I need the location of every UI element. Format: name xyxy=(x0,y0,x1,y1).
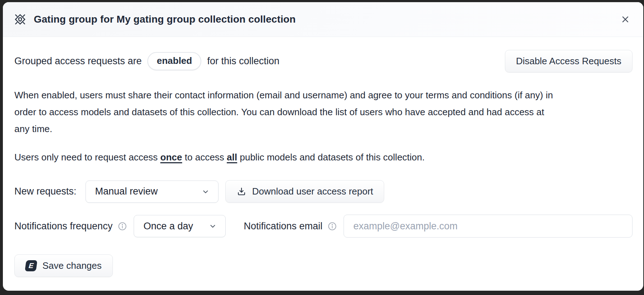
modal-title: Gating group for My gating group collect… xyxy=(34,14,296,25)
note-paragraph: Users only need to request access once t… xyxy=(14,152,632,163)
notifications-frequency-select-value: Once a day xyxy=(143,221,193,232)
note-suffix: public models and datasets of this colle… xyxy=(237,152,425,163)
notifications-row: Notifications frequency Once a day Notif… xyxy=(14,215,632,238)
disable-access-requests-button[interactable]: Disable Access Requests xyxy=(505,50,632,72)
status-text-before: Grouped access requests are xyxy=(14,56,142,67)
new-requests-select[interactable]: Manual review xyxy=(86,181,218,203)
save-row: E Save changes xyxy=(14,254,632,277)
save-changes-button[interactable]: E Save changes xyxy=(14,254,113,277)
notifications-frequency-select[interactable]: Once a day xyxy=(134,215,226,237)
note-once: once xyxy=(160,152,182,163)
status-row: Grouped access requests are enabled for … xyxy=(14,50,632,72)
close-icon xyxy=(621,15,630,24)
notifications-email-input[interactable] xyxy=(344,215,632,238)
status-badge: enabled xyxy=(147,52,201,70)
new-requests-select-value: Manual review xyxy=(95,186,158,197)
note-middle: to access xyxy=(182,152,227,163)
download-button-label: Download user access report xyxy=(252,186,373,197)
notifications-email-label: Notifications email xyxy=(244,221,322,232)
chevron-down-icon xyxy=(202,188,210,196)
info-icon[interactable] xyxy=(327,221,337,231)
new-requests-label: New requests: xyxy=(14,186,77,197)
gating-group-modal: Gating group for My gating group collect… xyxy=(3,2,643,291)
save-button-label: Save changes xyxy=(42,260,102,271)
modal-body: Grouped access requests are enabled for … xyxy=(3,37,643,291)
enterprise-icon: E xyxy=(25,260,37,271)
new-requests-row: New requests: Manual review Download use… xyxy=(14,180,632,203)
gating-group-icon xyxy=(14,13,27,26)
status-text: Grouped access requests are enabled for … xyxy=(14,52,280,70)
close-button[interactable] xyxy=(618,12,632,27)
info-icon[interactable] xyxy=(118,221,127,231)
description-paragraph: When enabled, users must share their con… xyxy=(14,87,561,137)
download-user-access-report-button[interactable]: Download user access report xyxy=(225,180,385,203)
chevron-down-icon xyxy=(209,222,217,230)
notifications-frequency-label: Notifications frequency xyxy=(14,221,112,232)
status-text-after: for this collection xyxy=(207,56,279,67)
note-all: all xyxy=(227,152,237,163)
note-prefix: Users only need to request access xyxy=(14,152,160,163)
modal-header: Gating group for My gating group collect… xyxy=(3,2,643,37)
download-icon xyxy=(236,187,247,197)
